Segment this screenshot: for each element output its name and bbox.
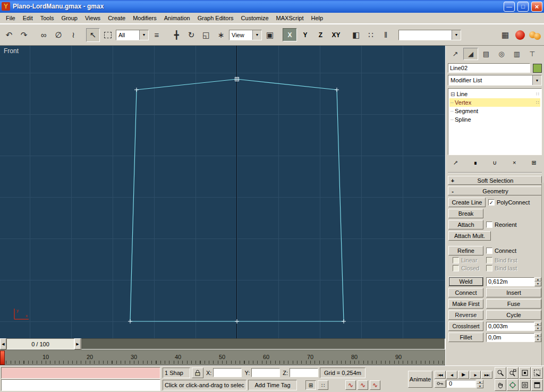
make-first-button[interactable]: Make First xyxy=(448,299,483,309)
frame-forward-button[interactable]: ▶ xyxy=(74,338,81,350)
go-to-start-icon[interactable]: |◀◀ xyxy=(435,371,446,379)
listener-window-icon[interactable]: ⊞ xyxy=(305,380,316,390)
select-and-manipulate-icon[interactable]: ∗ xyxy=(214,28,228,42)
bind-to-spacewarp-icon[interactable]: ≀ xyxy=(66,28,80,42)
use-center-icon[interactable]: ▣ xyxy=(263,28,277,42)
arc-rotate-icon[interactable] xyxy=(507,379,518,391)
select-and-scale-icon[interactable]: ◱ xyxy=(199,28,213,42)
spinner-down-icon[interactable]: ▼ xyxy=(534,282,541,286)
tab-motion-icon[interactable]: ◎ xyxy=(494,48,509,60)
add-time-tag-button[interactable]: Add Time Tag xyxy=(248,380,297,390)
menu-item-tools[interactable]: Tools xyxy=(37,14,58,22)
spinner-arrows[interactable]: ▲ ▼ xyxy=(534,277,541,286)
weld-threshold-spinner[interactable]: 0,612m ▲ ▼ xyxy=(486,277,541,286)
menu-item-help[interactable]: Help xyxy=(308,14,327,22)
listener-script-row[interactable] xyxy=(1,379,160,391)
spinner-up-icon[interactable]: ▲ xyxy=(477,380,483,384)
select-and-rotate-icon[interactable]: ↻ xyxy=(184,28,198,42)
track-bar[interactable] xyxy=(81,338,445,350)
play-icon[interactable]: ▶ xyxy=(458,371,469,379)
restrict-xy-button[interactable]: XY xyxy=(329,28,343,41)
frame-display[interactable]: 0 / 100 xyxy=(6,338,74,350)
fillet-spinner[interactable]: 0,0m ▲ ▼ xyxy=(486,333,541,342)
y-coordinate-input[interactable] xyxy=(251,368,280,377)
mirror-icon[interactable]: ◧ xyxy=(349,28,363,42)
close-button[interactable]: × xyxy=(531,2,542,12)
listener-macro-row[interactable] xyxy=(1,367,160,379)
material-navigator-icon[interactable] xyxy=(513,28,527,42)
connect-button[interactable]: Connect xyxy=(448,288,483,297)
maximize-button[interactable]: □ xyxy=(517,2,529,12)
key-tangent-icon[interactable]: ∿ xyxy=(370,380,380,390)
spinner-down-icon[interactable]: ▼ xyxy=(534,337,541,342)
modifier-list-dropdown[interactable]: Modifier List ▼ xyxy=(448,75,542,86)
spinner-up-icon[interactable]: ▲ xyxy=(534,333,541,338)
key-mode-toggle[interactable] xyxy=(435,380,446,388)
min-max-toggle-icon[interactable] xyxy=(531,379,543,391)
pan-icon[interactable] xyxy=(495,379,506,391)
spinner-up-icon[interactable]: ▲ xyxy=(534,277,541,282)
object-name-input[interactable] xyxy=(448,63,530,73)
zoom-all-icon[interactable] xyxy=(507,367,518,379)
zoom-region-icon[interactable] xyxy=(531,367,543,379)
previous-frame-icon[interactable]: ◀| xyxy=(446,371,457,379)
menu-item-create[interactable]: Create xyxy=(104,14,129,22)
select-and-link-icon[interactable]: ∞ xyxy=(37,28,50,42)
object-color-swatch[interactable] xyxy=(533,64,542,73)
maxscript-mini-listener[interactable] xyxy=(1,367,160,391)
tab-hierarchy-icon[interactable]: ▤ xyxy=(479,48,494,60)
restrict-x-button[interactable]: X xyxy=(283,28,297,41)
menu-item-views[interactable]: Views xyxy=(81,14,104,22)
frame-back-button[interactable]: ◀ xyxy=(0,338,6,350)
spinner-down-icon[interactable]: ▼ xyxy=(477,384,483,388)
refine-button[interactable]: Refine xyxy=(448,246,483,255)
redo-icon[interactable]: ↷ xyxy=(17,28,31,42)
time-slider-marker[interactable] xyxy=(0,351,5,365)
crossinsert-button[interactable]: CrossInsert xyxy=(448,321,483,331)
unlink-selection-icon[interactable]: ∅ xyxy=(52,28,65,42)
zoom-icon[interactable] xyxy=(495,367,506,379)
tab-display-icon[interactable]: ▥ xyxy=(509,48,524,60)
select-object-icon[interactable]: ↖ xyxy=(86,28,100,42)
attach-button[interactable]: Attach xyxy=(448,220,483,229)
align-icon[interactable]: ‖ xyxy=(379,28,393,42)
cycle-button[interactable]: Cycle xyxy=(486,310,541,320)
selection-filter-dropdown[interactable]: All ▼ xyxy=(116,30,149,40)
polyconnect-checkbox[interactable]: ✓ PolyConnect xyxy=(488,199,530,206)
named-selection-dropdown[interactable]: ▼ xyxy=(398,30,461,40)
front-viewport[interactable]: Front x y xyxy=(0,46,445,338)
restrict-y-button[interactable]: Y xyxy=(298,28,312,41)
break-button[interactable]: Break xyxy=(448,209,483,218)
rollout-scrollbar[interactable] xyxy=(541,183,544,365)
animate-button[interactable]: Animate xyxy=(408,371,432,388)
array-icon[interactable]: ∷ xyxy=(364,28,378,42)
tab-modify-icon[interactable]: ◢ xyxy=(463,48,478,60)
timeline-ruler[interactable]: 102030405060708090 xyxy=(0,350,445,365)
material-spheres-icon[interactable] xyxy=(528,28,542,42)
selection-region-icon[interactable] xyxy=(101,28,115,42)
create-line-button[interactable]: Create Line xyxy=(448,198,486,207)
rollout-soft-selection[interactable]: + Soft Selection xyxy=(448,176,542,185)
viewport-label[interactable]: Front xyxy=(4,47,19,55)
frame-spinner[interactable]: ▲ ▼ xyxy=(477,380,483,388)
menu-item-graph-editors[interactable]: Graph Editors xyxy=(194,14,237,22)
go-to-end-icon[interactable]: ▶▶| xyxy=(481,371,492,379)
menu-item-edit[interactable]: Edit xyxy=(19,14,37,22)
zoom-extents-icon[interactable] xyxy=(519,367,531,379)
configure-modifier-sets-icon[interactable]: ⊞ xyxy=(526,157,541,168)
x-coordinate-input[interactable] xyxy=(213,368,242,377)
stack-item-vertex[interactable]: ┈ Vertex ∷ xyxy=(449,98,540,107)
weld-button[interactable]: Weld xyxy=(448,277,483,286)
keyboard-shortcut-override-icon[interactable]: ▦ xyxy=(498,28,512,42)
minimize-button[interactable]: — xyxy=(504,2,515,12)
fillet-value[interactable]: 0,0m xyxy=(486,333,534,342)
menu-item-group[interactable]: Group xyxy=(57,14,81,22)
menu-item-file[interactable]: File xyxy=(2,14,19,22)
tab-utilities-icon[interactable]: ⊤ xyxy=(525,48,540,60)
crossinsert-spinner[interactable]: 0,003m ▲ ▼ xyxy=(486,322,541,331)
fuse-button[interactable]: Fuse xyxy=(486,299,541,309)
menu-item-modifiers[interactable]: Modifiers xyxy=(129,14,160,22)
undo-icon[interactable]: ↶ xyxy=(2,28,16,42)
show-end-result-icon[interactable]: ∎ xyxy=(468,157,483,168)
zoom-extents-selected-icon[interactable] xyxy=(519,379,531,391)
